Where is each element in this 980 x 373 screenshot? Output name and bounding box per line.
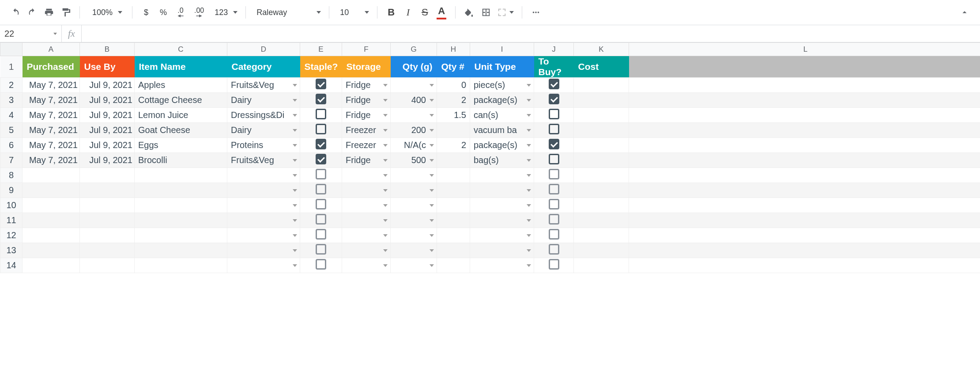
cell-category[interactable]: Dairy bbox=[227, 123, 300, 138]
col-header-G[interactable]: G bbox=[391, 43, 437, 56]
cell[interactable] bbox=[135, 258, 227, 273]
cell[interactable] bbox=[227, 213, 300, 228]
header-category[interactable]: Category bbox=[227, 56, 300, 78]
cell[interactable] bbox=[80, 183, 135, 198]
cell-qtyn[interactable]: 1.5 bbox=[437, 108, 470, 123]
cell-category[interactable]: Fruits&Veg bbox=[227, 78, 300, 93]
checkbox[interactable] bbox=[549, 124, 559, 134]
chevron-down-icon[interactable] bbox=[383, 234, 388, 237]
cell[interactable] bbox=[23, 243, 80, 258]
undo-button[interactable] bbox=[8, 5, 23, 20]
chevron-down-icon[interactable] bbox=[527, 264, 531, 267]
chevron-down-icon[interactable] bbox=[430, 99, 434, 102]
checkbox[interactable] bbox=[316, 139, 326, 149]
cell-item[interactable]: Eggs bbox=[135, 138, 227, 153]
chevron-down-icon[interactable] bbox=[383, 129, 388, 132]
checkbox[interactable] bbox=[316, 214, 326, 225]
cell[interactable] bbox=[437, 168, 470, 183]
cell-empty[interactable] bbox=[629, 153, 980, 168]
row-header[interactable]: 14 bbox=[0, 258, 23, 273]
merge-cells-button[interactable] bbox=[495, 5, 516, 20]
col-header-J[interactable]: J bbox=[534, 43, 574, 56]
cell[interactable] bbox=[534, 213, 574, 228]
cell[interactable] bbox=[470, 183, 534, 198]
chevron-down-icon[interactable] bbox=[430, 129, 434, 132]
chevron-down-icon[interactable] bbox=[527, 189, 531, 192]
col-header-L[interactable]: L bbox=[629, 43, 980, 56]
cell[interactable] bbox=[80, 258, 135, 273]
font-select[interactable]: Raleway bbox=[252, 5, 323, 20]
cell-item[interactable]: Cottage Cheese bbox=[135, 93, 227, 108]
cell-staple[interactable] bbox=[300, 93, 342, 108]
cell[interactable] bbox=[227, 183, 300, 198]
col-header-A[interactable]: A bbox=[23, 43, 80, 56]
cell-tobuy[interactable] bbox=[534, 123, 574, 138]
chevron-down-icon[interactable] bbox=[430, 249, 434, 252]
cell-useby[interactable]: Jul 9, 2021 bbox=[80, 138, 135, 153]
chevron-down-icon[interactable] bbox=[527, 84, 531, 87]
checkbox[interactable] bbox=[549, 139, 559, 149]
cell-unit[interactable]: vacuum ba bbox=[470, 123, 534, 138]
row-header[interactable]: 7 bbox=[0, 153, 23, 168]
cell[interactable] bbox=[391, 183, 437, 198]
row-header[interactable]: 8 bbox=[0, 168, 23, 183]
select-all-corner[interactable] bbox=[0, 43, 23, 56]
cell[interactable] bbox=[574, 243, 629, 258]
cell[interactable] bbox=[227, 168, 300, 183]
cell-qtyn[interactable] bbox=[437, 153, 470, 168]
cell-storage[interactable]: Fridge bbox=[342, 78, 391, 93]
col-header-C[interactable]: C bbox=[135, 43, 227, 56]
checkbox[interactable] bbox=[549, 154, 559, 164]
cell[interactable] bbox=[23, 183, 80, 198]
header-tobuy[interactable]: To Buy? bbox=[534, 56, 574, 78]
cell-empty[interactable] bbox=[629, 138, 980, 153]
row-header[interactable]: 1 bbox=[0, 56, 23, 78]
cell[interactable] bbox=[629, 228, 980, 243]
cell-purchased[interactable]: May 7, 2021 bbox=[23, 153, 80, 168]
chevron-down-icon[interactable] bbox=[293, 174, 297, 177]
chevron-down-icon[interactable] bbox=[383, 189, 388, 192]
cell[interactable] bbox=[574, 258, 629, 273]
cell-storage[interactable]: Freezer bbox=[342, 123, 391, 138]
row-header[interactable]: 9 bbox=[0, 183, 23, 198]
cell-empty[interactable] bbox=[629, 78, 980, 93]
cell[interactable] bbox=[23, 168, 80, 183]
chevron-down-icon[interactable] bbox=[383, 204, 388, 207]
cell[interactable] bbox=[227, 198, 300, 213]
checkbox[interactable] bbox=[316, 229, 326, 240]
chevron-down-icon[interactable] bbox=[293, 84, 297, 87]
name-box[interactable]: 22 bbox=[0, 25, 62, 42]
percent-button[interactable]: % bbox=[155, 5, 171, 20]
checkbox[interactable] bbox=[316, 154, 326, 164]
row-header[interactable]: 4 bbox=[0, 108, 23, 123]
cell[interactable] bbox=[470, 243, 534, 258]
cell-useby[interactable]: Jul 9, 2021 bbox=[80, 123, 135, 138]
chevron-down-icon[interactable] bbox=[383, 144, 388, 147]
paint-format-button[interactable] bbox=[58, 5, 73, 20]
row-header[interactable]: 10 bbox=[0, 198, 23, 213]
cell-category[interactable]: Dairy bbox=[227, 93, 300, 108]
chevron-down-icon[interactable] bbox=[430, 219, 434, 222]
cell[interactable] bbox=[342, 228, 391, 243]
cell[interactable] bbox=[574, 168, 629, 183]
cell-tobuy[interactable] bbox=[534, 93, 574, 108]
cell-qtyn[interactable]: 2 bbox=[437, 93, 470, 108]
cell[interactable] bbox=[23, 198, 80, 213]
cell-tobuy[interactable] bbox=[534, 108, 574, 123]
cell[interactable] bbox=[629, 243, 980, 258]
cell-category[interactable]: Fruits&Veg bbox=[227, 153, 300, 168]
checkbox[interactable] bbox=[316, 169, 326, 179]
chevron-down-icon[interactable] bbox=[527, 159, 531, 162]
chevron-down-icon[interactable] bbox=[293, 159, 297, 162]
cell[interactable] bbox=[534, 258, 574, 273]
cell[interactable] bbox=[300, 213, 342, 228]
chevron-down-icon[interactable] bbox=[527, 174, 531, 177]
cell-cost[interactable] bbox=[574, 153, 629, 168]
cell-staple[interactable] bbox=[300, 138, 342, 153]
chevron-down-icon[interactable] bbox=[527, 99, 531, 102]
cell[interactable] bbox=[574, 198, 629, 213]
checkbox[interactable] bbox=[549, 244, 559, 255]
chevron-down-icon[interactable] bbox=[293, 129, 297, 132]
cell[interactable] bbox=[300, 228, 342, 243]
checkbox[interactable] bbox=[316, 244, 326, 255]
